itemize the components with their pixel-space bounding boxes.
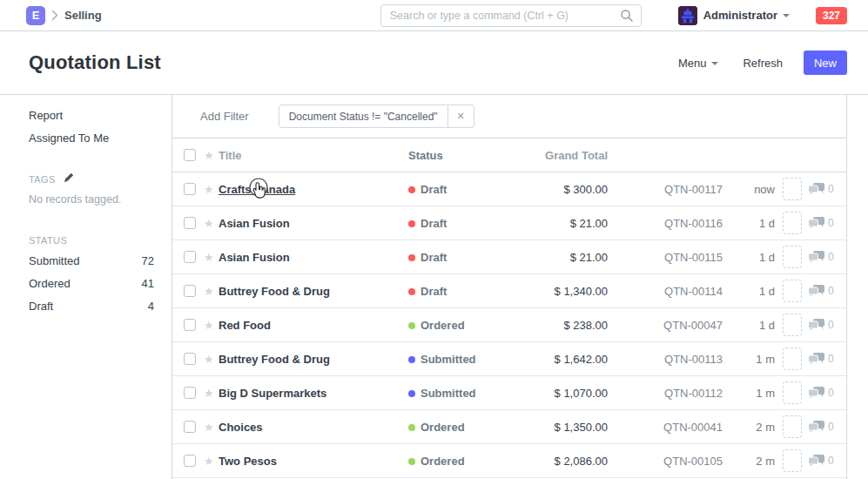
row-id[interactable]: QTN-00112 [608,387,723,400]
assign-to-button[interactable] [783,212,802,234]
star-icon[interactable]: ★ [204,320,216,331]
comment-count[interactable]: 0 [808,251,834,263]
new-button[interactable]: New [804,51,847,75]
star-icon[interactable]: ★ [204,286,216,297]
row-title-link[interactable]: Big D Supermarkets [219,387,326,400]
row-title-link[interactable]: Crafts Canada [219,183,295,196]
breadcrumb[interactable]: Selling [64,9,102,22]
row-checkbox[interactable] [184,387,196,399]
assign-to-button[interactable] [783,347,802,370]
row-title-link[interactable]: Asian Fusion [219,251,290,264]
quotation-row[interactable]: ★ Two Pesos Ordered $ 2,086.00 QTN-00105… [172,444,846,478]
user-menu[interactable]: Administrator [703,9,777,22]
star-icon[interactable]: ★ [204,388,216,399]
search-input[interactable] [390,10,620,22]
status-filter-draft[interactable]: Draft4 [29,300,154,313]
row-id[interactable]: QTN-00117 [608,183,723,196]
comment-count[interactable]: 0 [808,455,834,467]
row-id[interactable]: QTN-00115 [608,251,723,264]
row-title-link[interactable]: Choices [219,421,263,434]
star-icon[interactable]: ★ [204,252,216,263]
global-search[interactable] [380,4,642,27]
row-checkbox[interactable] [184,455,196,467]
quotation-row[interactable]: ★ Red Food Ordered $ 238.00 QTN-00047 1 … [172,308,846,342]
assign-to-button[interactable] [783,280,802,302]
top-navbar: E Selling Administrator 327 [0,0,868,31]
star-icon[interactable]: ★ [204,422,216,433]
quotation-row[interactable]: ★ Asian Fusion Draft $ 21.00 QTN-00115 1… [172,240,846,274]
row-status: Ordered [408,319,533,332]
status-filter-submitted[interactable]: Submitted72 [29,254,154,267]
comment-count[interactable]: 0 [808,353,834,365]
chevron-down-icon [711,62,718,65]
row-title-link[interactable]: Buttrey Food & Drug [219,353,330,366]
row-id[interactable]: QTN-00105 [608,455,723,468]
row-id[interactable]: QTN-00041 [608,421,723,434]
comment-count[interactable]: 0 [808,285,834,297]
quotation-row[interactable]: ★ Buttrey Food & Drug Draft $ 1,340.00 Q… [172,274,846,308]
row-checkbox[interactable] [184,319,196,331]
star-icon[interactable]: ★ [204,150,216,161]
comment-count[interactable]: 0 [808,387,834,399]
quotation-row[interactable]: ★ Big D Supermarkets Submitted $ 1,070.0… [172,376,846,410]
row-id[interactable]: QTN-00113 [608,353,723,366]
row-title-link[interactable]: Red Food [219,319,271,332]
comment-bubbles-icon [808,421,824,433]
comment-count[interactable]: 0 [808,217,834,229]
status-filter-count: 4 [148,300,154,313]
app-logo[interactable]: E [26,6,45,25]
row-id[interactable]: QTN-00114 [608,285,723,298]
notification-badge[interactable]: 327 [816,7,847,24]
row-title-link[interactable]: Buttrey Food & Drug [219,285,330,298]
star-icon[interactable]: ★ [204,455,216,467]
filter-condition-button[interactable]: Document Status != "Cancelled" [279,105,448,128]
comment-count[interactable]: 0 [808,183,834,195]
sidebar-item-report[interactable]: Report [29,109,154,122]
column-header-grand-total: Grand Total [533,149,608,162]
user-avatar[interactable] [678,6,697,25]
page-title: Quotation List [29,51,161,74]
comment-bubbles-icon [808,217,824,229]
list-header-row: ★ Title Status Grand Total [172,138,846,172]
sidebar-item-assigned-to-me[interactable]: Assigned To Me [29,132,154,145]
row-id[interactable]: QTN-00116 [608,217,723,230]
row-modified: 2 m [723,421,775,434]
search-icon[interactable] [620,9,634,23]
assign-to-button[interactable] [783,381,802,404]
row-checkbox[interactable] [184,217,196,229]
row-checkbox[interactable] [184,251,196,263]
row-checkbox[interactable] [184,183,196,195]
assign-to-button[interactable] [783,178,802,200]
quotation-row[interactable]: ★ Crafts Canada Draft $ 300.00 QTN-00117… [172,172,846,206]
star-icon[interactable]: ★ [204,354,216,365]
status-filter-ordered[interactable]: Ordered41 [29,277,154,290]
assign-to-button[interactable] [783,449,802,472]
quotation-row[interactable]: ★ Buttrey Food & Drug Submitted $ 1,642.… [172,342,846,376]
row-checkbox[interactable] [184,285,196,297]
assign-to-button[interactable] [783,246,802,268]
star-icon[interactable]: ★ [204,218,216,229]
row-grand-total: $ 21.00 [533,251,608,264]
select-all-checkbox[interactable] [184,149,196,161]
comment-count[interactable]: 0 [808,421,834,433]
assign-to-button[interactable] [783,415,802,438]
row-title-link[interactable]: Two Pesos [219,455,277,468]
remove-filter-icon[interactable]: ✕ [448,105,474,128]
edit-pencil-icon[interactable] [64,174,74,185]
assign-to-button[interactable] [783,314,802,336]
quotation-row[interactable]: ★ Choices Ordered $ 1,350.00 QTN-00041 2… [172,410,846,444]
row-checkbox[interactable] [184,421,196,433]
row-title-link[interactable]: Asian Fusion [219,217,290,230]
comment-count-number: 0 [828,421,834,433]
menu-button[interactable]: Menu [678,57,719,70]
row-id[interactable]: QTN-00047 [608,319,723,332]
comment-count[interactable]: 0 [808,319,834,331]
star-icon[interactable]: ★ [204,184,216,195]
quotation-row[interactable]: ★ Asian Fusion Draft $ 21.00 QTN-00116 1… [172,206,846,240]
row-status: Draft [408,285,533,298]
add-filter-button[interactable]: Add Filter [200,110,249,123]
row-checkbox[interactable] [184,353,196,365]
comment-count-number: 0 [828,217,834,229]
refresh-button[interactable]: Refresh [743,57,783,70]
comment-count-number: 0 [828,387,834,399]
